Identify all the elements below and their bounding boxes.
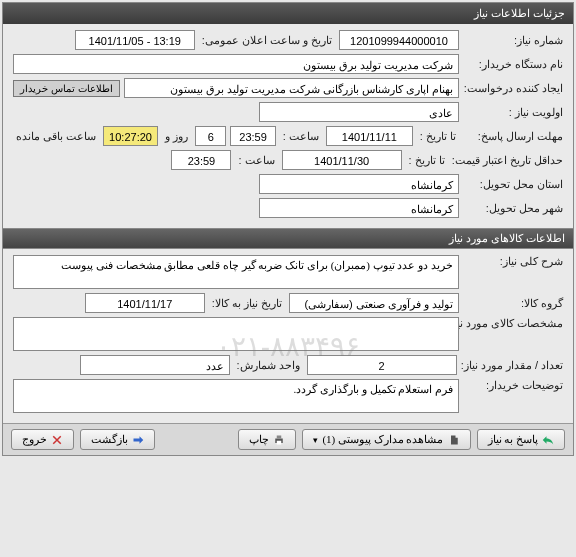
unit-label: واحد شمارش: [234,359,303,372]
req-no-field: 1201099944000010 [339,30,459,50]
province-label: استان محل تحویل: [463,178,563,191]
qty-label: تعداد / مقدار مورد نیاز: [461,359,563,372]
exit-icon [51,434,63,446]
unit-field: عدد [80,355,230,375]
window-title: جزئیات اطلاعات نیاز [474,7,565,19]
city-label: شهر محل تحویل: [463,202,563,215]
time-label-2: ساعت : [235,154,277,167]
footer-toolbar: پاسخ به نیاز مشاهده مدارک پیوستی (1) ▾ چ… [3,423,573,455]
priority-label: اولویت نیاز : [463,106,563,119]
remain-label: ساعت باقی مانده [13,130,99,143]
desc-field[interactable] [13,255,459,289]
window: جزئیات اطلاعات نیاز شماره نیاز: 12010999… [2,2,574,456]
group-field: تولید و فرآوری صنعتی (سفارشی) [289,293,459,313]
buyer-label: نام دستگاه خریدار: [463,58,563,71]
respond-label: پاسخ به نیاز [488,433,539,446]
spec-label: مشخصات کالای مورد نیاز: [463,317,563,330]
buyer-notes-field[interactable] [13,379,459,413]
creator-label: ایجاد کننده درخواست: [463,82,563,95]
attachments-label: مشاهده مدارک پیوستی (1) [322,433,443,446]
need-date-label: تاریخ نیاز به کالا: [209,297,285,310]
respond-button[interactable]: پاسخ به نیاز [477,429,566,450]
buyer-field: شرکت مدیریت تولید برق بیستون [13,54,459,74]
contact-buyer-button[interactable]: اطلاعات تماس خریدار [13,80,120,97]
print-label: چاپ [249,433,269,446]
exit-button[interactable]: خروج [11,429,74,450]
days-field: 6 [195,126,226,146]
days-label: روز و [162,130,191,143]
back-label: بازگشت [91,433,128,446]
validity-label: حداقل تاریخ اعتبار قیمت: [452,154,563,167]
req-no-label: شماره نیاز: [463,34,563,47]
validity-time-field: 23:59 [171,150,231,170]
province-field: کرمانشاه [259,174,459,194]
group-label: گروه کالا: [463,297,563,310]
spec-field[interactable] [13,317,459,351]
deadline-date-field: 1401/11/11 [326,126,413,146]
back-button[interactable]: بازگشت [80,429,155,450]
svg-rect-1 [277,435,282,438]
announce-field: 13:19 - 1401/11/05 [75,30,195,50]
time-label-1: ساعت : [280,130,322,143]
back-icon [132,434,144,446]
attachment-icon [448,434,460,446]
qty-field: 2 [307,355,457,375]
deadline-label: مهلت ارسال پاسخ: [463,130,563,143]
form-main: شماره نیاز: 1201099944000010 تاریخ و ساع… [3,24,573,228]
print-button[interactable]: چاپ [238,429,296,450]
validity-date-field: 1401/11/30 [282,150,402,170]
titlebar: جزئیات اطلاعات نیاز [3,3,573,24]
dropdown-icon: ▾ [313,435,318,445]
exit-label: خروج [22,433,47,446]
deadline-time-field: 23:59 [230,126,275,146]
desc-label: شرح کلی نیاز: [463,255,563,268]
svg-rect-2 [277,440,282,444]
creator-field: بهنام اپاری کارشناس بازرگانی شرکت مدیریت… [124,78,459,98]
to-date-label: تا تاریخ : [417,130,459,143]
city-field: کرمانشاه [259,198,459,218]
announce-label: تاریخ و ساعت اعلان عمومی: [199,34,335,47]
countdown-field: 10:27:20 [103,126,158,146]
to-date-label-2: تا تاریخ : [406,154,448,167]
buyer-notes-label: توضیحات خریدار: [463,379,563,392]
attachments-button[interactable]: مشاهده مدارک پیوستی (1) ▾ [302,429,470,450]
priority-field: عادی [259,102,459,122]
print-icon [273,434,285,446]
reply-icon [542,434,554,446]
goods-header: اطلاعات کالاهای مورد نیاز [3,228,573,249]
need-date-field: 1401/11/17 [85,293,205,313]
form-goods: شرح کلی نیاز: گروه کالا: تولید و فرآوری … [3,249,573,423]
